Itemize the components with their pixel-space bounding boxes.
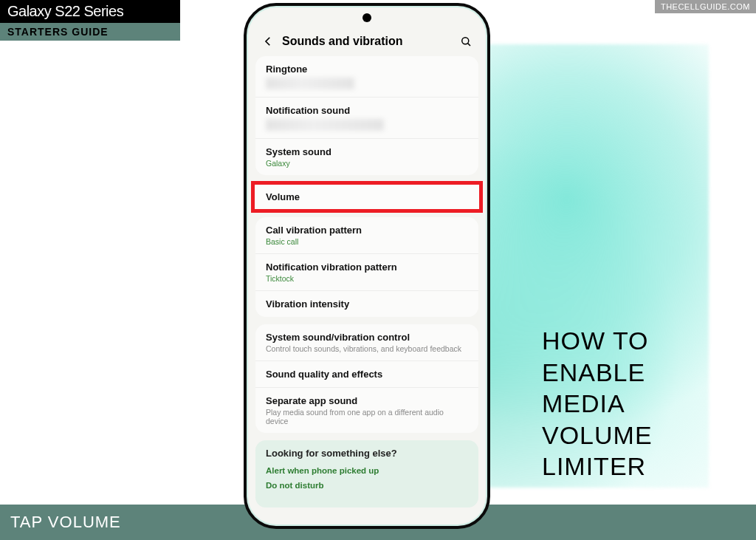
series-badge: Galaxy S22 Series STARTERS GUIDE — [0, 0, 180, 41]
item-system-sound[interactable]: System sound Galaxy — [255, 138, 478, 175]
group-sounds: Ringtone Notification sound System sound… — [255, 56, 478, 175]
back-icon[interactable] — [261, 35, 275, 48]
item-subtext: Ticktock — [266, 274, 468, 283]
phone-screen: Sounds and vibration Ringtone Notificati… — [247, 6, 487, 526]
item-label: Volume — [266, 191, 468, 202]
link-alert-picked-up[interactable]: Alert when phone picked up — [266, 466, 468, 475]
item-label: Vibration intensity — [266, 298, 468, 310]
item-ringtone[interactable]: Ringtone — [255, 56, 478, 97]
redacted-value — [266, 78, 354, 89]
item-vibration-intensity[interactable]: Vibration intensity — [255, 290, 478, 317]
item-notification-vibration[interactable]: Notification vibration pattern Ticktock — [255, 253, 478, 290]
page-title: Sounds and vibration — [282, 35, 459, 48]
settings-list: Ringtone Notification sound System sound… — [247, 56, 487, 513]
looking-for-section: Looking for something else? Alert when p… — [255, 440, 478, 507]
item-separate-app-sound[interactable]: Separate app sound Play media sound from… — [255, 387, 478, 433]
item-system-sound-control[interactable]: System sound/vibration control Control t… — [255, 324, 478, 360]
item-subtext: Control touch sounds, vibrations, and ke… — [266, 344, 468, 353]
item-label: Notification vibration pattern — [266, 262, 468, 273]
redacted-value — [266, 119, 384, 131]
item-sound-quality[interactable]: Sound quality and effects — [255, 360, 478, 387]
item-subtext: Galaxy — [266, 159, 468, 168]
phone-frame: Sounds and vibration Ringtone Notificati… — [244, 3, 490, 529]
item-volume[interactable]: Volume — [252, 182, 481, 211]
looking-for-title: Looking for something else? — [266, 448, 468, 459]
item-label: Sound quality and effects — [266, 369, 468, 380]
highlight-volume: Volume — [252, 182, 481, 211]
item-label: Separate app sound — [266, 395, 468, 406]
badge-series-title: Galaxy S22 Series — [0, 0, 180, 23]
search-icon[interactable] — [459, 35, 472, 48]
item-subtext: Basic call — [266, 237, 468, 246]
settings-header: Sounds and vibration — [247, 27, 487, 56]
svg-point-0 — [462, 38, 469, 44]
front-camera — [362, 13, 371, 22]
item-label: Notification sound — [266, 105, 468, 116]
link-do-not-disturb[interactable]: Do not disturb — [266, 481, 468, 490]
item-label: System sound — [266, 146, 468, 157]
instruction-text: TAP VOLUME — [10, 513, 121, 532]
site-watermark: THECELLGUIDE.COM — [655, 0, 756, 13]
item-label: System sound/vibration control — [266, 332, 468, 343]
group-vibration: Call vibration pattern Basic call Notifi… — [255, 217, 478, 317]
item-subtext: Play media sound from one app on a diffe… — [266, 408, 468, 425]
item-label: Ringtone — [266, 64, 468, 75]
svg-line-1 — [468, 44, 470, 46]
group-controls: System sound/vibration control Control t… — [255, 324, 478, 433]
badge-subtitle: STARTERS GUIDE — [0, 23, 180, 41]
item-label: Call vibration pattern — [266, 225, 468, 236]
item-notification-sound[interactable]: Notification sound — [255, 97, 478, 138]
item-call-vibration[interactable]: Call vibration pattern Basic call — [255, 217, 478, 253]
article-headline: HOW TO ENABLE MEDIA VOLUME LIMITER — [542, 325, 734, 482]
